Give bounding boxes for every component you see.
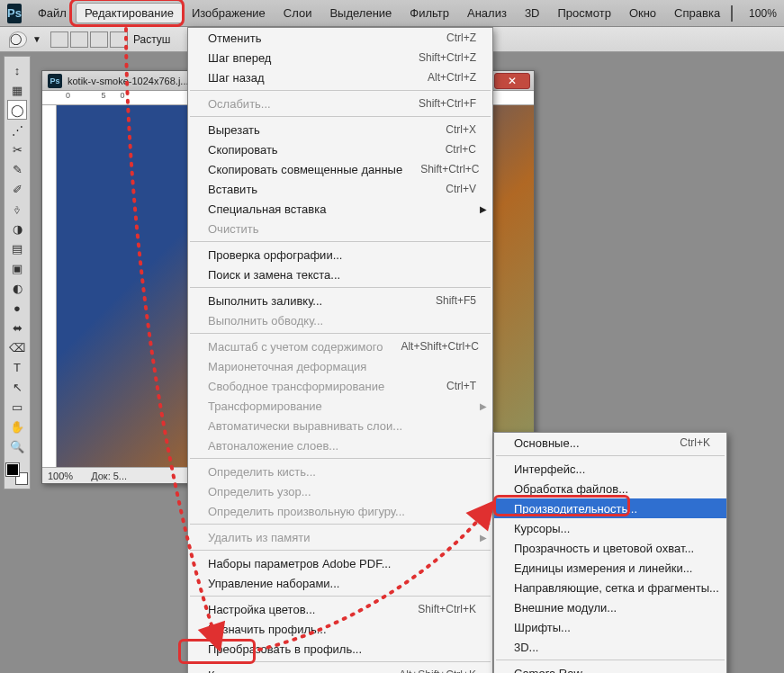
tool-2[interactable]: ◯ bbox=[7, 100, 27, 120]
menu-справка[interactable]: Справка bbox=[665, 3, 729, 23]
zoom-level[interactable]: 100% bbox=[743, 5, 782, 22]
menu-окно[interactable]: Окно bbox=[620, 3, 665, 23]
menu-item[interactable]: Выполнить заливку...Shift+F5 bbox=[188, 291, 492, 310]
menu-item[interactable]: Клавиатурные сокращения...Alt+Shift+Ctrl… bbox=[188, 665, 492, 673]
tool-3[interactable]: ⋰ bbox=[7, 120, 27, 139]
menu-shortcut: Shift+Ctrl+Z bbox=[419, 51, 476, 64]
submenu-arrow-icon: ▶ bbox=[480, 401, 487, 411]
menu-фильтр[interactable]: Фильтр bbox=[401, 3, 458, 23]
tool-6[interactable]: ✐ bbox=[7, 179, 27, 199]
menu-item[interactable]: Курсоры... bbox=[494, 518, 726, 538]
menu-item[interactable]: Назначить профиль... bbox=[188, 619, 492, 639]
menu-item[interactable]: Основные...Ctrl+K bbox=[494, 433, 726, 453]
tool-7[interactable]: ⎀ bbox=[7, 199, 27, 219]
menu-item-label: Автоматически выравнивать слои... bbox=[208, 419, 476, 433]
menu-shortcut: Shift+F5 bbox=[436, 294, 476, 307]
menu-item-label: Настройка цветов... bbox=[208, 603, 400, 616]
chevron-down-icon[interactable]: ▼ bbox=[32, 34, 41, 44]
status-docsize[interactable]: Док: 5... bbox=[91, 471, 127, 481]
selection-subtract-button[interactable] bbox=[90, 31, 108, 48]
menu-анализ[interactable]: Анализ bbox=[458, 3, 516, 23]
menu-shortcut: Alt+Ctrl+Z bbox=[428, 71, 476, 84]
menu-item-label: 3D... bbox=[514, 641, 710, 654]
tool-1[interactable]: ▦ bbox=[7, 80, 27, 100]
submenu-arrow-icon: ▶ bbox=[480, 204, 487, 214]
color-swatches[interactable] bbox=[6, 463, 28, 485]
menu-редактирование[interactable]: Редактирование bbox=[76, 3, 183, 23]
menu-item-label: Интерфейс... bbox=[514, 462, 710, 476]
close-button[interactable]: ✕ bbox=[494, 73, 530, 89]
tool-8[interactable]: ◑ bbox=[7, 219, 27, 238]
tool-10[interactable]: ▣ bbox=[7, 258, 27, 278]
menu-файл[interactable]: Файл bbox=[29, 3, 76, 23]
menu-item[interactable]: Шаг впередShift+Ctrl+Z bbox=[188, 48, 492, 67]
menu-item[interactable]: Единицы измерения и линейки... bbox=[494, 558, 726, 578]
menu-item-label: Отменить bbox=[208, 31, 428, 45]
menu-item[interactable]: Преобразовать в профиль... bbox=[188, 639, 492, 659]
tool-19[interactable]: 🔍 bbox=[7, 436, 27, 456]
tool-4[interactable]: ✂ bbox=[7, 139, 27, 159]
menu-item[interactable]: Обработка файлов... bbox=[494, 479, 726, 498]
menu-item-label: Обработка файлов... bbox=[514, 482, 710, 496]
menu-item[interactable]: Поиск и замена текста... bbox=[188, 265, 492, 284]
menu-item: Определить кисть... bbox=[188, 462, 492, 481]
menu-item[interactable]: ВырезатьCtrl+X bbox=[188, 120, 492, 139]
menu-item[interactable]: Управление наборами... bbox=[188, 573, 492, 593]
tool-18[interactable]: ✋ bbox=[7, 417, 27, 436]
tool-16[interactable]: ↖ bbox=[7, 377, 27, 397]
tool-12[interactable]: ● bbox=[7, 298, 27, 318]
tool-17[interactable]: ▭ bbox=[7, 397, 27, 417]
menu-item-label: Преобразовать в профиль... bbox=[208, 642, 476, 656]
lasso-tool-icon[interactable]: ◯ bbox=[9, 31, 27, 48]
menu-item: Масштаб с учетом содержимогоAlt+Shift+Ct… bbox=[188, 336, 492, 356]
edit-menu-dropdown: ОтменитьCtrl+ZШаг впередShift+Ctrl+ZШаг … bbox=[187, 27, 493, 673]
tool-14[interactable]: ⌫ bbox=[7, 337, 27, 357]
selection-intersect-button[interactable] bbox=[110, 31, 128, 48]
menu-item-label: Шаг вперед bbox=[208, 51, 401, 65]
menu-item[interactable]: ВставитьCtrl+V bbox=[188, 179, 492, 199]
menu-separator bbox=[496, 455, 725, 456]
tool-11[interactable]: ◐ bbox=[7, 278, 27, 298]
menu-item[interactable]: Внешние модули... bbox=[494, 597, 726, 617]
menu-separator bbox=[190, 458, 491, 459]
menu-item-label: Основные... bbox=[514, 436, 662, 450]
menu-item[interactable]: Интерфейс... bbox=[494, 459, 726, 479]
tool-5[interactable]: ✎ bbox=[7, 159, 27, 179]
tool-9[interactable]: ▤ bbox=[7, 238, 27, 258]
menu-item-label: Внешние модули... bbox=[514, 601, 710, 615]
menu-3d[interactable]: 3D bbox=[516, 3, 549, 23]
menu-item-label: Выполнить заливку... bbox=[208, 294, 418, 308]
menu-item[interactable]: Специальная вставка▶ bbox=[188, 199, 492, 219]
menu-item[interactable]: Шаг назадAlt+Ctrl+Z bbox=[188, 67, 492, 87]
menu-item[interactable]: Наборы параметров Adobe PDF... bbox=[188, 553, 492, 573]
status-zoom[interactable]: 100% bbox=[48, 471, 73, 481]
menu-item[interactable]: Скопировать совмещенные данныеShift+Ctrl… bbox=[188, 159, 492, 179]
menu-item[interactable]: Шрифты... bbox=[494, 617, 726, 637]
menu-item-label: Курсоры... bbox=[514, 522, 710, 535]
tool-13[interactable]: ⬌ bbox=[7, 318, 27, 337]
screen-mode-icon[interactable] bbox=[731, 5, 733, 22]
tool-0[interactable]: ↕ bbox=[7, 60, 27, 80]
foreground-color-swatch[interactable] bbox=[6, 463, 19, 476]
menu-item-label: Скопировать bbox=[208, 143, 428, 157]
menu-item-label: Вставить bbox=[208, 183, 428, 196]
menu-item[interactable]: Прозрачность и цветовой охват... bbox=[494, 538, 726, 558]
ruler-vertical[interactable] bbox=[42, 105, 57, 467]
menu-изображение[interactable]: Изображение bbox=[183, 3, 275, 23]
menu-item[interactable]: ОтменитьCtrl+Z bbox=[188, 28, 492, 48]
menu-item[interactable]: 3D... bbox=[494, 637, 726, 657]
menu-item: Определить узор... bbox=[188, 481, 492, 501]
selection-new-button[interactable] bbox=[50, 31, 68, 48]
menu-item[interactable]: Проверка орфографии... bbox=[188, 245, 492, 265]
tool-15[interactable]: T bbox=[7, 357, 27, 377]
menu-item[interactable]: Производительность... bbox=[494, 498, 726, 518]
menu-item[interactable]: Настройка цветов...Shift+Ctrl+K bbox=[188, 599, 492, 619]
menu-просмотр[interactable]: Просмотр bbox=[549, 3, 620, 23]
menu-item[interactable]: Camera Raw... bbox=[494, 663, 726, 673]
menu-item[interactable]: Направляющие, сетка и фрагменты... bbox=[494, 578, 726, 597]
menu-item-label: Трансформирование bbox=[208, 399, 476, 413]
menu-item[interactable]: СкопироватьCtrl+C bbox=[188, 139, 492, 159]
selection-add-button[interactable] bbox=[70, 31, 88, 48]
menu-выделение[interactable]: Выделение bbox=[320, 3, 401, 23]
menu-слои[interactable]: Слои bbox=[275, 3, 321, 23]
